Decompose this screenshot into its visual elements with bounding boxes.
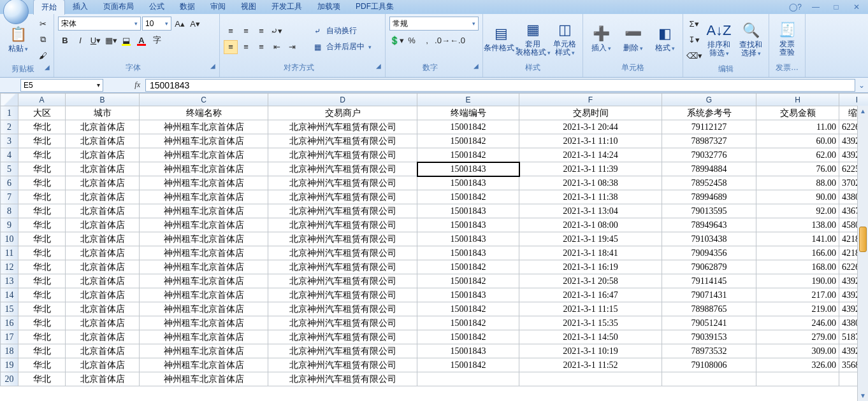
- cell[interactable]: 2021-3-1 13:04: [519, 204, 662, 218]
- tab-开发工具[interactable]: 开发工具: [264, 0, 310, 15]
- cell[interactable]: 北京首体店: [66, 274, 140, 288]
- col-header-F[interactable]: F: [519, 94, 662, 106]
- cell[interactable]: [417, 372, 519, 386]
- cell[interactable]: 15001843: [417, 344, 519, 358]
- cell[interactable]: 15001842: [417, 148, 519, 162]
- italic-button[interactable]: I: [73, 33, 87, 47]
- cell[interactable]: 神州租车北京首体店: [140, 176, 268, 190]
- cell[interactable]: 北京首体店: [66, 330, 140, 344]
- font-size-combo[interactable]: 10▾: [142, 17, 171, 31]
- align-middle-icon[interactable]: ≡: [239, 24, 253, 38]
- launcher-icon[interactable]: ◢: [376, 62, 381, 69]
- row-header[interactable]: 4: [1, 148, 18, 162]
- cell[interactable]: 华北: [18, 302, 66, 316]
- cell[interactable]: 北京神州汽车租赁有限公司: [268, 148, 417, 162]
- cell[interactable]: 279.00: [756, 330, 839, 344]
- col-header-B[interactable]: B: [66, 94, 140, 106]
- cell[interactable]: 217.00: [756, 288, 839, 302]
- underline-button[interactable]: U▾: [89, 33, 103, 47]
- cell[interactable]: 15001842: [417, 330, 519, 344]
- cell[interactable]: 神州租车北京首体店: [140, 358, 268, 372]
- cell[interactable]: 2021-3-1 11:39: [519, 162, 662, 176]
- tab-页面布局[interactable]: 页面布局: [96, 0, 141, 15]
- copy-button[interactable]: ⧉: [36, 32, 50, 46]
- scroll-thumb[interactable]: [859, 227, 867, 252]
- insert-button[interactable]: ➕插入: [587, 24, 615, 54]
- cell[interactable]: 华北: [18, 344, 66, 358]
- cell[interactable]: 15001843: [417, 288, 519, 302]
- cell[interactable]: 神州租车北京首体店: [140, 134, 268, 148]
- cell[interactable]: 北京神州汽车租赁有限公司: [268, 232, 417, 246]
- cell[interactable]: 138.00: [756, 218, 839, 232]
- launcher-icon[interactable]: ◢: [474, 62, 479, 69]
- cell[interactable]: 北京首体店: [66, 232, 140, 246]
- row-header[interactable]: 6: [1, 176, 18, 190]
- cell[interactable]: 79112127: [662, 120, 756, 134]
- cell[interactable]: 78952458: [662, 176, 756, 190]
- cell[interactable]: 90.00: [756, 190, 839, 204]
- row-header[interactable]: 3: [1, 134, 18, 148]
- cell[interactable]: 2021-3-1 18:41: [519, 246, 662, 260]
- cell[interactable]: 北京神州汽车租赁有限公司: [268, 176, 417, 190]
- row-header[interactable]: 7: [1, 190, 18, 204]
- row-header[interactable]: 11: [1, 246, 18, 260]
- cell[interactable]: [519, 372, 662, 386]
- cell[interactable]: 2021-3-1 19:45: [519, 232, 662, 246]
- fx-icon[interactable]: fx: [134, 80, 140, 90]
- accounting-format-icon[interactable]: 💲▾: [389, 33, 403, 47]
- increase-font-icon[interactable]: A▴: [173, 17, 187, 31]
- cell[interactable]: 华北: [18, 232, 66, 246]
- cell[interactable]: 79108006: [662, 358, 756, 372]
- cell[interactable]: 190.00: [756, 274, 839, 288]
- cell[interactable]: 神州租车北京首体店: [140, 148, 268, 162]
- cell[interactable]: 北京首体店: [66, 316, 140, 330]
- cell[interactable]: 2021-3-1 16:19: [519, 260, 662, 274]
- cell[interactable]: 2021-3-1 20:58: [519, 274, 662, 288]
- fill-icon[interactable]: ↧▾: [687, 32, 701, 46]
- cell[interactable]: 2021-3-1 15:35: [519, 316, 662, 330]
- header-cell[interactable]: 交易时间: [519, 106, 662, 120]
- cell[interactable]: 15001843: [417, 162, 519, 176]
- cell[interactable]: [662, 372, 756, 386]
- cell[interactable]: 2021-3-1 10:19: [519, 344, 662, 358]
- clear-icon[interactable]: ⌫▾: [687, 48, 701, 62]
- cell[interactable]: 219.00: [756, 302, 839, 316]
- cell[interactable]: 北京首体店: [66, 288, 140, 302]
- cell[interactable]: 华北: [18, 204, 66, 218]
- cell[interactable]: 15001842: [417, 316, 519, 330]
- cell[interactable]: 华北: [18, 288, 66, 302]
- cell[interactable]: 神州租车北京首体店: [140, 330, 268, 344]
- table-style-button[interactable]: ▦套用 表格格式: [519, 20, 547, 59]
- format-painter-button[interactable]: 🖌: [36, 48, 50, 62]
- cell[interactable]: 92.00: [756, 204, 839, 218]
- cell[interactable]: 北京神州汽车租赁有限公司: [268, 344, 417, 358]
- fill-color-button[interactable]: ⬓: [119, 33, 133, 47]
- cell[interactable]: 2021-3-1 20:44: [519, 120, 662, 134]
- cell[interactable]: 15001842: [417, 190, 519, 204]
- cell[interactable]: 北京首体店: [66, 204, 140, 218]
- cell[interactable]: 62.00: [756, 148, 839, 162]
- cell[interactable]: 神州租车北京首体店: [140, 162, 268, 176]
- align-left-icon[interactable]: ≡: [224, 40, 238, 54]
- minimize-icon[interactable]: —: [808, 3, 823, 11]
- row-header[interactable]: 18: [1, 344, 18, 358]
- row-header[interactable]: 5: [1, 162, 18, 176]
- find-select-button[interactable]: 🔍查找和 选择: [737, 20, 765, 59]
- cell[interactable]: 北京神州汽车租赁有限公司: [268, 316, 417, 330]
- invoice-button[interactable]: 🧾发票 查验: [773, 20, 801, 58]
- select-all-corner[interactable]: [1, 94, 18, 106]
- number-format-combo[interactable]: 常规▾: [389, 17, 479, 31]
- cell[interactable]: 15001843: [417, 176, 519, 190]
- cell[interactable]: 11.00: [756, 120, 839, 134]
- col-header-H[interactable]: H: [756, 94, 839, 106]
- row-header[interactable]: 10: [1, 232, 18, 246]
- cell[interactable]: 79013595: [662, 204, 756, 218]
- row-header[interactable]: 8: [1, 204, 18, 218]
- decrease-font-icon[interactable]: A▾: [188, 17, 202, 31]
- col-header-G[interactable]: G: [662, 94, 756, 106]
- cell[interactable]: 华北: [18, 134, 66, 148]
- increase-decimal-icon[interactable]: .0→: [435, 33, 449, 47]
- cell[interactable]: 76.00: [756, 162, 839, 176]
- row-header[interactable]: 13: [1, 274, 18, 288]
- cell[interactable]: 15001842: [417, 260, 519, 274]
